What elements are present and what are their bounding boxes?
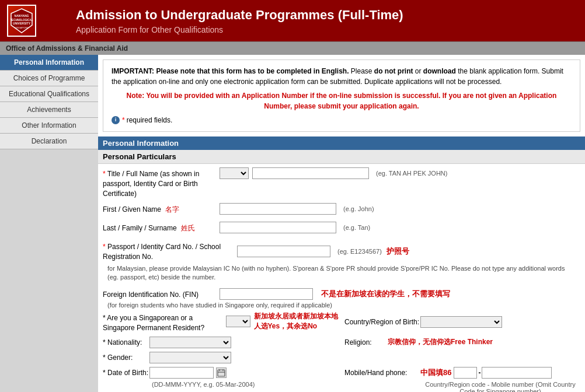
- passport-input[interactable]: [237, 246, 330, 257]
- mobile-number-input[interactable]: [482, 367, 552, 379]
- info-icon: i: [112, 116, 120, 124]
- mobile-country-code-input[interactable]: [454, 367, 477, 379]
- first-name-label: First / Given Name 名字: [103, 203, 220, 215]
- religion-row: Religion: 宗教信仰，无信仰选Free Thinker: [339, 337, 580, 348]
- religion-chinese: 宗教信仰，无信仰选Free Thinker: [388, 337, 493, 347]
- header-title-block: Admission to Undergraduate Programmes (F…: [76, 8, 403, 34]
- passport-section: * Passport / Identity Card No. / School …: [103, 240, 580, 285]
- page-header: NANYANG TECHNOLOGICAL UNIVERSITY SINGAPO…: [0, 0, 585, 41]
- mobile-label: Mobile/Hand phone:: [344, 367, 420, 377]
- main-layout: Personal Information Choices of Programm…: [0, 55, 585, 392]
- passport-label: * Passport / Identity Card No. / School …: [103, 240, 237, 262]
- sidebar-item-personal-information[interactable]: Personal Information: [0, 55, 98, 71]
- fin-chinese: 不是在新加坡在读的学生，不需要填写: [321, 289, 450, 299]
- subsection-title: Personal Particulars: [103, 152, 176, 161]
- red-notice: Note: You will be provided with an Appli…: [112, 90, 572, 111]
- sidebar-item-achievements[interactable]: Achievements: [0, 102, 98, 118]
- sidebar-item-other-information[interactable]: Other Information: [0, 118, 98, 134]
- important-notice: IMPORTANT: Please note that this form ha…: [103, 60, 580, 132]
- fin-note: (for foreign students who have studied i…: [103, 301, 580, 309]
- calendar-icon[interactable]: [216, 368, 227, 378]
- svg-rect-5: [218, 370, 225, 376]
- title-fullname-inputs: Mr Ms Mrs Dr (eg. TAN AH PEK JOHN): [220, 167, 580, 179]
- nationality-label: * Nationality:: [103, 338, 149, 346]
- singaporean-country-row: * Are you a Singaporean or a Singapore P…: [103, 312, 580, 333]
- last-name-label: Last / Family / Surname 姓氏: [103, 222, 220, 233]
- title-fullname-label: * Title / Full Name (as shown in passpor…: [103, 167, 220, 198]
- fullname-input[interactable]: [252, 167, 369, 179]
- mobile-note: Country/Region code - Mobile number (Omi…: [420, 379, 580, 392]
- first-name-row: First / Given Name 名字 (e.g. John): [103, 203, 580, 217]
- nationality-select[interactable]: Chinese Malaysian Singaporean: [149, 337, 231, 348]
- notice-text: IMPORTANT: Please note that this form ha…: [112, 66, 572, 87]
- last-name-input[interactable]: [220, 222, 336, 233]
- sidebar-item-declaration[interactable]: Declaration: [0, 134, 98, 149]
- svg-text:NANYANG: NANYANG: [15, 14, 29, 18]
- dob-format: (DD-MMM-YYYY, e.g. 05-Mar-2004): [149, 379, 257, 390]
- passport-note: for Malaysian, please provide Malaysian …: [103, 263, 580, 286]
- passport-hint: (eg. E1234567): [337, 248, 382, 255]
- singaporean-label: * Are you a Singaporean or a Singapore P…: [103, 312, 226, 333]
- section-header-personal: Personal Information: [98, 136, 585, 150]
- dob-input[interactable]: [149, 367, 214, 379]
- fin-section: Foreign Identification No. (FIN) 不是在新加坡在…: [103, 288, 580, 309]
- country-birth-select[interactable]: China Malaysia Singapore India: [420, 316, 502, 328]
- first-name-input[interactable]: [220, 203, 336, 215]
- mobile-section: Mobile/Hand phone: 中国填86 - Country/Regio…: [339, 367, 580, 392]
- sidebar: Personal Information Choices of Programm…: [0, 55, 98, 392]
- mobile-chinese: 中国填86: [420, 368, 451, 378]
- last-name-row: Last / Family / Surname 姓氏 (e.g. Tan): [103, 222, 580, 236]
- page-subtitle: Application Form for Other Qualification…: [76, 25, 403, 34]
- religion-label: Religion:: [344, 338, 385, 346]
- personal-info-form: * Title / Full Name (as shown in passpor…: [98, 164, 585, 392]
- svg-text:UNIVERSITY: UNIVERSITY: [13, 22, 31, 25]
- last-name-hint: (e.g. Tan): [343, 224, 370, 231]
- page-main-title: Admission to Undergraduate Programmes (F…: [76, 8, 403, 23]
- country-birth-row: Country/Region of Birth: China Malaysia …: [339, 312, 580, 333]
- gender-label: * Gender:: [103, 354, 149, 362]
- sidebar-item-choices-of-programme[interactable]: Choices of Programme: [0, 71, 98, 86]
- mobile-separator: -: [478, 369, 480, 377]
- office-bar: Office of Admissions & Financial Aid: [0, 41, 585, 55]
- gender-row: * Gender: Male Female: [103, 352, 580, 363]
- title-select[interactable]: Mr Ms Mrs Dr: [220, 167, 249, 179]
- first-name-chinese: 名字: [165, 205, 179, 214]
- passport-chinese: 护照号: [386, 246, 409, 257]
- svg-text:SINGAPORE: SINGAPORE: [15, 26, 29, 29]
- fin-label: Foreign Identification No. (FIN): [103, 288, 220, 300]
- gender-select[interactable]: Male Female: [149, 352, 231, 363]
- university-logo: NANYANG TECHNOLOGICAL UNIVERSITY SINGAPO…: [7, 5, 41, 37]
- dob-label: * Date of Birth:: [103, 367, 149, 377]
- first-name-hint: (e.g. John): [343, 205, 374, 212]
- country-birth-label: Country/Region of Birth:: [344, 318, 420, 326]
- fin-input[interactable]: [220, 288, 313, 300]
- main-content: IMPORTANT: Please note that this form ha…: [98, 55, 585, 392]
- required-fields-note: i * required fields.: [112, 115, 572, 125]
- dob-mobile-row: * Date of Birth: (DD-MMM-YYYY, e.g. 05-M…: [103, 367, 580, 392]
- logo-shield: NANYANG TECHNOLOGICAL UNIVERSITY SINGAPO…: [7, 5, 36, 37]
- title-fullname-row: * Title / Full Name (as shown in passpor…: [103, 167, 580, 198]
- sidebar-item-educational-qualifications[interactable]: Educational Qualifications: [0, 86, 98, 102]
- last-name-chinese: 姓氏: [181, 224, 195, 232]
- singaporean-select[interactable]: Yes No: [226, 316, 250, 327]
- singaporean-chinese: 新加坡永居或者新加坡本地人选Yes，其余选No: [254, 312, 339, 331]
- nationality-religion-row: * Nationality: Chinese Malaysian Singapo…: [103, 337, 580, 348]
- fullname-hint: (eg. TAN AH PEK JOHN): [376, 170, 447, 177]
